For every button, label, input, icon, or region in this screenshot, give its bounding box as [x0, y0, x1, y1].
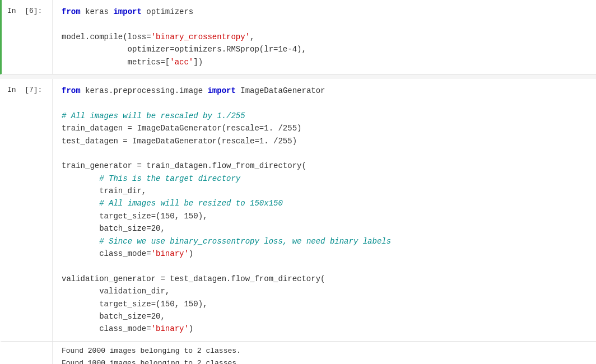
cell-6-code: from keras import optimizers model.compi… [62, 6, 587, 68]
cell-7-output-label [2, 342, 52, 364]
plain-text: keras [81, 7, 114, 16]
cell-7[interactable]: In [7]: from keras.preprocessing.image i… [0, 79, 596, 342]
plain-text: optimizers [142, 7, 193, 16]
output-line-2: Found 1000 images belonging to 2 classes… [62, 357, 241, 364]
notebook-container: In [6]: from keras import optimizers mod… [0, 0, 596, 364]
plain-text: ) validation_generator = test_datagen.fl… [62, 249, 325, 333]
plain-text: ]) [193, 58, 203, 67]
keyword-import: import [207, 86, 235, 95]
string-binary-1: 'binary' [151, 249, 189, 258]
string-acc: 'acc' [170, 58, 193, 67]
string-loss: 'binary_crossentropy' [151, 32, 250, 41]
cell-7-label: In [7]: [2, 79, 52, 341]
keyword-from: from [62, 7, 81, 16]
comment-rescale: # All images will be rescaled by 1./255 [62, 111, 245, 120]
plain-text: class_mode= [62, 249, 151, 258]
plain-text: ImageDataGenerator [236, 86, 325, 95]
plain-text: model.compile(loss= [62, 32, 151, 41]
comment-since: # Since we use binary_crossentropy loss,… [99, 237, 391, 246]
comment-resize: # All images will be resized to 150x150 [99, 199, 283, 208]
cell-separator-1 [0, 74, 596, 79]
plain-text: keras.preprocessing.image [81, 86, 208, 95]
keyword-import: import [113, 7, 141, 16]
cell-7-content[interactable]: from keras.preprocessing.image import Im… [52, 79, 596, 341]
cell-6[interactable]: In [6]: from keras import optimizers mod… [0, 0, 596, 74]
cell-6-content[interactable]: from keras import optimizers model.compi… [52, 0, 596, 74]
cell-7-output: Found 2000 images belonging to 2 classes… [52, 342, 250, 364]
keyword-from: from [62, 86, 81, 95]
cell-7-output-row: Found 2000 images belonging to 2 classes… [0, 342, 596, 364]
output-line-1: Found 2000 images belonging to 2 classes… [62, 345, 241, 357]
cell-6-label: In [6]: [2, 0, 52, 74]
string-binary-2: 'binary' [151, 324, 189, 333]
plain-text: ) [189, 324, 193, 333]
cell-7-code: from keras.preprocessing.image import Im… [62, 85, 587, 335]
comment-target-dir: # This is the target directory [99, 174, 240, 183]
